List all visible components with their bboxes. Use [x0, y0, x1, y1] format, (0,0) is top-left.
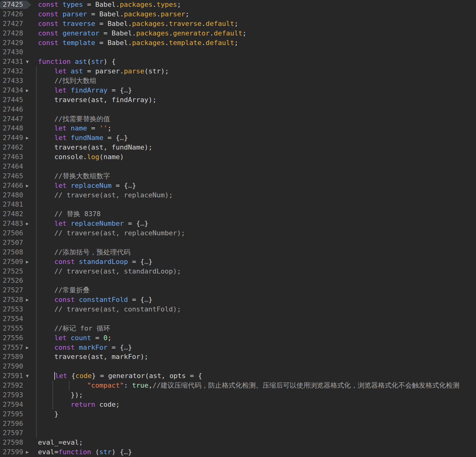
line-number[interactable]: 27446	[0, 105, 23, 114]
line-number[interactable]: 27506	[0, 229, 23, 238]
line-number[interactable]: 27465	[0, 171, 23, 181]
code-token	[38, 77, 54, 84]
code-text	[38, 200, 476, 209]
code-token: const	[38, 1, 58, 8]
code-token: //标记 for 循环	[54, 324, 110, 332]
line-number[interactable]: 27434	[0, 86, 23, 95]
line-number[interactable]: 27525	[0, 267, 23, 276]
code-line: 27481	[0, 200, 476, 209]
line-number[interactable]: 27589	[0, 352, 23, 362]
line-number[interactable]: 27464	[0, 162, 23, 171]
code-token	[67, 134, 71, 142]
line-number[interactable]: 27594	[0, 400, 23, 410]
line-number[interactable]: 27428	[0, 29, 23, 38]
fold-gutter-space	[23, 162, 38, 171]
line-number[interactable]: 27481	[0, 200, 23, 209]
fold-collapsed-icon[interactable]: ▶	[23, 343, 38, 352]
code-text: let replaceNumber = {…}	[38, 219, 476, 229]
line-number[interactable]: 27429	[0, 38, 23, 48]
fold-expanded-icon[interactable]: ▼	[23, 57, 38, 67]
fold-gutter-space	[23, 352, 38, 362]
line-number[interactable]: 27449	[0, 133, 23, 143]
code-token: //建议压缩代码，防止格式化检测。压缩后可以使用浏览器格式化，浏览器格式化不会触…	[152, 381, 460, 389]
fold-collapsed-icon[interactable]: ▶	[23, 295, 38, 305]
code-token: let	[54, 67, 67, 75]
line-number[interactable]: 27466	[0, 181, 23, 191]
line-number[interactable]: 27431	[0, 57, 23, 67]
line-number[interactable]: 27528	[0, 295, 23, 305]
fold-expanded-icon[interactable]: ▼	[23, 371, 38, 381]
line-number[interactable]: 27483	[0, 219, 23, 229]
code-token: = {	[107, 344, 124, 351]
line-number[interactable]: 27448	[0, 124, 23, 133]
code-token: …	[124, 344, 128, 351]
line-number[interactable]: 27596	[0, 419, 23, 429]
line-number[interactable]: 27595	[0, 410, 23, 419]
code-token: .	[202, 39, 206, 47]
code-token: }	[144, 220, 148, 227]
fold-collapsed-icon[interactable]: ▶	[23, 447, 38, 457]
line-number[interactable]: 27553	[0, 305, 23, 314]
line-number[interactable]: 27554	[0, 314, 23, 324]
line-number[interactable]: 27509	[0, 257, 23, 267]
code-token: }	[124, 134, 128, 142]
code-token	[71, 58, 75, 65]
line-number[interactable]: 27445	[0, 95, 23, 105]
code-token: traverse(ast, fundName);	[38, 143, 152, 151]
line-number[interactable]: 27433	[0, 76, 23, 86]
code-token: generator	[62, 29, 99, 37]
line-number[interactable]: 27463	[0, 152, 23, 162]
line-number[interactable]: 27427	[0, 19, 23, 29]
line-number[interactable]: 27507	[0, 238, 23, 248]
line-number[interactable]: 27480	[0, 191, 23, 200]
code-token: let	[54, 86, 67, 94]
fold-gutter-space	[23, 10, 38, 19]
code-token: }	[128, 344, 132, 351]
code-token: = {	[128, 258, 144, 266]
line-number[interactable]: 27597	[0, 428, 23, 438]
code-token: default	[206, 39, 234, 47]
line-number[interactable]: 27598	[0, 438, 23, 447]
code-token: …	[124, 86, 128, 94]
code-token: packages	[124, 10, 157, 18]
fold-collapsed-icon[interactable]: ▶	[23, 257, 38, 267]
line-number[interactable]: 27591	[0, 371, 23, 381]
line-number[interactable]: 27593	[0, 390, 23, 400]
line-number[interactable]: 27590	[0, 362, 23, 371]
line-number[interactable]: 27526	[0, 276, 23, 286]
line-number[interactable]: 27426	[0, 10, 23, 19]
fold-collapsed-icon[interactable]: ▶	[23, 86, 38, 95]
code-text	[38, 162, 476, 171]
fold-collapsed-icon[interactable]: ▶	[23, 219, 38, 229]
line-number[interactable]: 27555	[0, 324, 23, 333]
line-number[interactable]: 27527	[0, 286, 23, 295]
code-token: return	[71, 401, 95, 408]
code-token	[38, 267, 54, 275]
fold-collapsed-icon[interactable]: ▶	[23, 133, 38, 143]
code-token: 0	[103, 334, 107, 342]
line-number[interactable]: 27508	[0, 248, 23, 257]
code-text: // 替换 8378	[38, 209, 476, 219]
line-number[interactable]: 27462	[0, 143, 23, 152]
code-text	[38, 47, 476, 57]
line-number[interactable]: 27425	[0, 0, 23, 10]
code-token: ;	[107, 334, 111, 342]
code-token	[38, 134, 54, 142]
code-token	[38, 67, 54, 75]
code-token	[75, 258, 79, 266]
line-number[interactable]: 27482	[0, 209, 23, 219]
line-number[interactable]: 27599	[0, 447, 23, 457]
code-line: 27425const types = Babel.packages.types;	[0, 0, 476, 10]
fold-collapsed-icon[interactable]: ▶	[23, 181, 38, 191]
line-number[interactable]: 27447	[0, 114, 23, 124]
line-number[interactable]: 27556	[0, 333, 23, 343]
line-number[interactable]: 27430	[0, 47, 23, 57]
code-text: const constantFold = {…}	[38, 295, 476, 305]
line-number[interactable]: 27432	[0, 67, 23, 76]
line-number[interactable]: 27592	[0, 381, 23, 390]
line-number[interactable]: 27557	[0, 343, 23, 352]
code-token: true	[132, 381, 148, 389]
code-token: standardLoop	[79, 258, 128, 266]
code-token: parser	[161, 10, 185, 18]
code-line: 27553 // traverse(ast, constantFold);	[0, 305, 476, 314]
